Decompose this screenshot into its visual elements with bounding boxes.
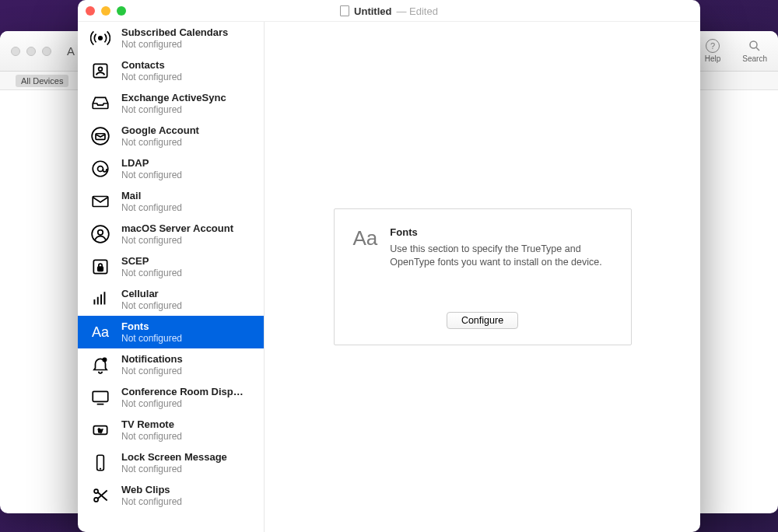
appletv-icon: tv bbox=[89, 418, 112, 442]
bg-min-dot bbox=[26, 47, 36, 56]
payload-card: Aa Fonts Use this section to specify the… bbox=[334, 208, 632, 346]
svg-rect-9 bbox=[93, 197, 108, 207]
scissors-icon bbox=[89, 484, 112, 507]
sidebar-item-subtitle: Not configured bbox=[121, 104, 226, 115]
svg-point-8 bbox=[98, 166, 103, 172]
sidebar-item-subscribed-calendars[interactable]: Subscribed CalendarsNot configured bbox=[78, 22, 264, 54]
envelope-circle-icon bbox=[89, 124, 112, 148]
phone-icon bbox=[89, 451, 112, 474]
sidebar-item-fonts[interactable]: AaFontsNot configured bbox=[78, 316, 264, 348]
background-traffic-lights bbox=[11, 47, 51, 56]
svg-point-4 bbox=[99, 67, 103, 71]
svg-point-2 bbox=[99, 37, 102, 40]
sidebar-item-subtitle: Not configured bbox=[121, 268, 182, 278]
sidebar-item-tv-remote[interactable]: tvTV RemoteNot configured bbox=[78, 414, 264, 446]
sidebar-item-title: Notifications bbox=[121, 353, 183, 366]
payload-sidebar[interactable]: Subscribed CalendarsNot configuredContac… bbox=[78, 22, 265, 532]
sidebar-item-title: Conference Room Display bbox=[121, 386, 246, 398]
at-icon bbox=[89, 157, 112, 180]
sidebar-item-scep[interactable]: SCEPNot configured bbox=[78, 250, 264, 283]
close-button[interactable] bbox=[86, 6, 95, 16]
help-toolbar-item[interactable]: ? Help bbox=[705, 39, 721, 63]
traffic-lights bbox=[86, 6, 126, 16]
sidebar-item-title: Fonts bbox=[121, 320, 182, 333]
sidebar-item-lock-screen[interactable]: Lock Screen MessageNot configured bbox=[78, 446, 264, 479]
display-icon bbox=[89, 386, 112, 409]
svg-point-5 bbox=[92, 128, 109, 145]
sidebar-item-subtitle: Not configured bbox=[121, 72, 182, 82]
sidebar-item-subtitle: Not configured bbox=[121, 496, 182, 507]
sidebar-item-web-clips[interactable]: Web ClipsNot configured bbox=[78, 479, 264, 512]
configure-button[interactable]: Configure bbox=[447, 312, 518, 329]
sidebar-item-subtitle: Not configured bbox=[121, 398, 246, 409]
detail-pane: Aa Fonts Use this section to specify the… bbox=[265, 22, 700, 532]
svg-point-18 bbox=[103, 358, 106, 361]
sidebar-item-title: Exchange ActiveSync bbox=[121, 92, 226, 104]
sidebar-item-title: macOS Server Account bbox=[121, 222, 233, 235]
sidebar-item-cellular[interactable]: CellularNot configured bbox=[78, 283, 264, 316]
modal-titlebar: Untitled — Edited bbox=[78, 0, 700, 22]
all-devices-chip[interactable]: All Devices bbox=[16, 75, 68, 87]
svg-point-11 bbox=[98, 230, 103, 236]
sidebar-item-title: Cellular bbox=[121, 288, 182, 300]
sidebar-item-subtitle: Not configured bbox=[121, 202, 182, 213]
search-toolbar-item[interactable]: Search bbox=[742, 39, 767, 63]
sidebar-item-subtitle: Not configured bbox=[121, 464, 227, 474]
sidebar-item-subtitle: Not configured bbox=[121, 170, 182, 180]
minimize-button[interactable] bbox=[101, 6, 110, 16]
sidebar-item-title: Subscribed Calendars bbox=[121, 26, 228, 39]
svg-point-26 bbox=[94, 498, 98, 502]
sidebar-item-title: Google Account bbox=[121, 124, 199, 137]
payload-description: Use this section to specify the TrueType… bbox=[390, 243, 612, 269]
zoom-button[interactable] bbox=[117, 6, 126, 16]
sidebar-item-title: Lock Screen Message bbox=[121, 451, 227, 464]
svg-point-0 bbox=[750, 41, 757, 48]
profile-editor-window: Untitled — Edited Subscribed CalendarsNo… bbox=[78, 0, 700, 532]
help-icon: ? bbox=[706, 39, 720, 53]
bg-close-dot bbox=[11, 47, 20, 56]
fonts-icon: Aa bbox=[353, 226, 378, 248]
bell-icon bbox=[89, 353, 112, 376]
sidebar-item-contacts[interactable]: ContactsNot configured bbox=[78, 54, 264, 87]
svg-point-7 bbox=[93, 161, 108, 177]
sidebar-item-subtitle: Not configured bbox=[121, 300, 182, 311]
sidebar-item-subtitle: Not configured bbox=[121, 137, 199, 148]
sidebar-item-subtitle: Not configured bbox=[121, 235, 233, 246]
sidebar-item-subtitle: Not configured bbox=[121, 39, 228, 50]
svg-point-10 bbox=[92, 226, 109, 243]
document-icon bbox=[340, 5, 349, 16]
document-title: Untitled bbox=[354, 5, 391, 17]
aa-icon: Aa bbox=[89, 320, 112, 344]
search-label: Search bbox=[742, 54, 767, 63]
broadcast-icon bbox=[89, 26, 112, 50]
svg-rect-13 bbox=[98, 267, 103, 271]
bg-zoom-dot bbox=[42, 47, 51, 56]
sidebar-item-conference-room[interactable]: Conference Room DisplayNot configured bbox=[78, 381, 264, 414]
background-title-letter: A bbox=[67, 44, 75, 58]
contact-icon bbox=[89, 59, 112, 82]
sidebar-item-subtitle: Not configured bbox=[121, 431, 182, 442]
sidebar-item-google-account[interactable]: Google AccountNot configured bbox=[78, 120, 264, 152]
sidebar-item-subtitle: Not configured bbox=[121, 366, 183, 376]
payload-title: Fonts bbox=[390, 226, 612, 238]
svg-line-28 bbox=[98, 491, 107, 499]
sidebar-item-mail[interactable]: MailNot configured bbox=[78, 185, 264, 218]
person-circle-icon bbox=[89, 222, 112, 246]
sidebar-item-title: Contacts bbox=[121, 59, 182, 72]
sidebar-item-title: Mail bbox=[121, 190, 182, 202]
sidebar-item-macos-server[interactable]: macOS Server AccountNot configured bbox=[78, 218, 264, 250]
sidebar-item-exchange-activesync[interactable]: Exchange ActiveSyncNot configured bbox=[78, 87, 264, 120]
svg-line-1 bbox=[756, 47, 759, 51]
help-label: Help bbox=[705, 54, 721, 63]
sidebar-item-ldap[interactable]: LDAPNot configured bbox=[78, 152, 264, 185]
bars-icon bbox=[89, 288, 112, 311]
sidebar-item-notifications[interactable]: NotificationsNot configured bbox=[78, 348, 264, 381]
envelope-icon bbox=[89, 190, 112, 213]
edited-indicator: — Edited bbox=[396, 5, 437, 17]
sidebar-item-title: SCEP bbox=[121, 255, 182, 268]
sidebar-item-title: Web Clips bbox=[121, 484, 182, 496]
sidebar-item-title: LDAP bbox=[121, 157, 182, 170]
sidebar-item-title: TV Remote bbox=[121, 418, 182, 431]
svg-point-25 bbox=[94, 489, 98, 493]
sidebar-item-subtitle: Not configured bbox=[121, 333, 182, 344]
